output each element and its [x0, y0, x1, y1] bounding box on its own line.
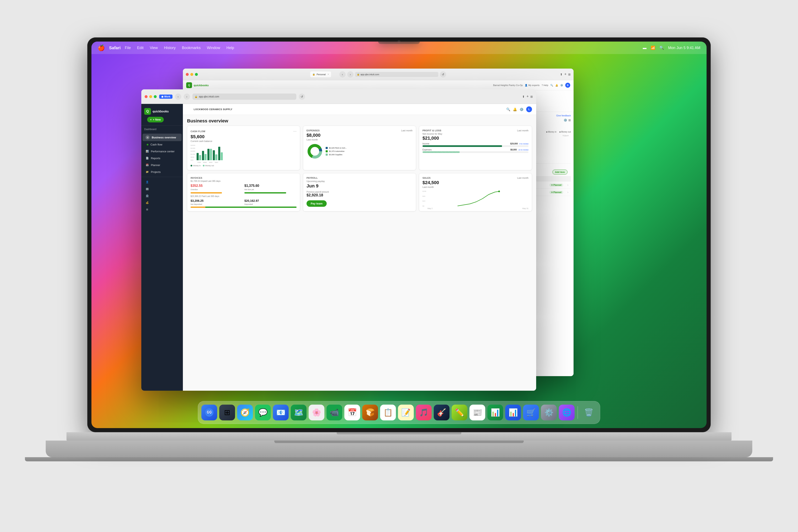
sidebar-btn-back[interactable]: ⊞: [568, 73, 571, 76]
reload-btn-front[interactable]: ↺: [299, 94, 305, 100]
sidebar-item-payroll[interactable]: 💰: [142, 199, 182, 206]
cashflow-menu-icon[interactable]: ⋯: [293, 129, 297, 133]
menu-window[interactable]: Window: [207, 46, 220, 50]
urlbar-front[interactable]: 🔒 app.qbo.intuit.com: [192, 94, 296, 100]
sidebar-item-business-overview[interactable]: ⊞ Business overview: [142, 134, 182, 141]
svg-point-4: [205, 408, 213, 417]
apple-menu[interactable]: 🍎: [98, 44, 105, 51]
sidebar-item-vendors[interactable]: 🏢: [142, 186, 182, 192]
legend-money-in: ■ Money in: [546, 131, 556, 133]
safari-back-titlebar: 🔒 Personal × ‹ › 🔒 app.qbo.intuit.com: [183, 69, 574, 80]
settings-btn-back[interactable]: ⚙️: [560, 84, 563, 87]
row-expand-2[interactable]: ›: [567, 190, 568, 194]
back-company: Barnal Heights Pantry Co-Op: [493, 84, 522, 87]
dock-messages[interactable]: 💬: [255, 405, 271, 420]
help-btn-back[interactable]: ? Help: [542, 84, 548, 87]
tab-close[interactable]: ×: [328, 73, 329, 75]
back-btn[interactable]: ‹: [339, 71, 346, 77]
header-search-icon[interactable]: 🔍: [506, 108, 510, 111]
maximize-btn-back[interactable]: [195, 73, 198, 76]
user-avatar[interactable]: L: [526, 107, 532, 112]
dock-safari[interactable]: 🧭: [237, 405, 253, 420]
dock-systemprefs[interactable]: ⚙️: [541, 405, 557, 420]
dock-calendar[interactable]: 📅: [344, 405, 360, 420]
qb-logo-icon: Q: [144, 108, 151, 115]
sidebar-item-planner[interactable]: 📅 Planner: [142, 162, 182, 168]
dashboard-label[interactable]: Dashboard: [144, 128, 156, 131]
menu-file[interactable]: File: [125, 46, 131, 50]
row-expand-1[interactable]: ›: [567, 183, 568, 187]
share-icon-back[interactable]: ⬆: [560, 73, 563, 76]
sidebar-item-banking[interactable]: 🏦: [142, 192, 182, 199]
qb-new-btn[interactable]: + + New: [147, 117, 164, 122]
add-item-btn[interactable]: Add item: [552, 170, 568, 174]
dock-reminders[interactable]: 📋: [380, 405, 396, 420]
dock-facetime[interactable]: 📹: [326, 405, 342, 420]
urlbar-back[interactable]: 🔒 app.qbo.intuit.com: [355, 72, 438, 77]
pay-team-btn[interactable]: Pay team: [306, 200, 327, 207]
dock-photos[interactable]: 🌸: [309, 405, 324, 420]
notif-btn-back[interactable]: 🔔: [555, 84, 558, 87]
forward-btn-front[interactable]: ›: [184, 94, 190, 100]
dock-appstore[interactable]: 🛒: [523, 405, 539, 420]
cards-grid: CASH FLOW ⋯ $5,600 Current cash balance: [183, 126, 536, 215]
menu-history[interactable]: History: [164, 46, 176, 50]
reload-btn-back[interactable]: ↺: [440, 71, 446, 77]
give-feedback-btn[interactable]: Give feedback: [556, 114, 571, 117]
safari-menu[interactable]: Safari: [109, 45, 121, 50]
minimize-btn-front[interactable]: [149, 95, 152, 98]
sidebar-item-customers[interactable]: 👤: [142, 179, 182, 185]
hamburger-menu[interactable]: [187, 107, 192, 111]
pl-income-review[interactable]: 8 to review: [519, 143, 529, 145]
menu-edit[interactable]: Edit: [137, 46, 144, 50]
header-notif-icon[interactable]: 🔔: [513, 108, 517, 111]
sidebar-item-performance[interactable]: 📊 Performance center: [142, 148, 182, 155]
close-btn-front[interactable]: [145, 95, 148, 98]
dock-freeform[interactable]: ✏️: [452, 405, 468, 420]
pl-expenses-review[interactable]: 15 to review: [518, 149, 529, 151]
dock-mail[interactable]: 📧: [273, 405, 289, 420]
dock-numbers[interactable]: 📊: [487, 405, 503, 420]
expand-icon-planner[interactable]: ⊞: [568, 118, 571, 122]
minimize-btn-back[interactable]: [190, 73, 193, 76]
add-tab-btn-front[interactable]: +: [526, 94, 529, 99]
settings-icon-planner[interactable]: ⚙️: [564, 118, 567, 122]
dock-garageband[interactable]: 🎸: [434, 405, 450, 420]
dock-itunes[interactable]: 🎵: [416, 405, 432, 420]
back-btn-front[interactable]: ‹: [175, 94, 181, 100]
dock-siri[interactable]: 🌐: [559, 405, 575, 420]
dock-bread[interactable]: 🍞: [362, 405, 378, 420]
dock-finder[interactable]: [202, 405, 217, 420]
dock-trash[interactable]: 🗑️: [581, 405, 596, 420]
pl-expenses-value: $8,000: [510, 149, 517, 151]
cashflow-subtitle: Current cash balance: [191, 140, 297, 142]
share-icon-front[interactable]: ⬆: [522, 95, 525, 98]
dock-news[interactable]: 📰: [470, 405, 485, 420]
forward-btn[interactable]: ›: [347, 71, 354, 77]
avatar-back[interactable]: B: [565, 83, 570, 88]
pl-expenses-row: Expenses $8,000 15 to review: [422, 149, 529, 153]
search-icon[interactable]: 🔍: [659, 45, 664, 50]
dock-keynote[interactable]: 📊: [505, 405, 521, 420]
sidebar-item-reports[interactable]: 📄 Reports: [142, 155, 182, 162]
dock-launchpad[interactable]: ⊞: [219, 405, 235, 420]
my-experts-btn[interactable]: 👤 My experts: [525, 84, 539, 87]
sidebar-item-projects[interactable]: 📁 Projects: [142, 169, 182, 175]
add-tab-btn-back[interactable]: +: [564, 72, 567, 76]
expenses-donut: $2,625 Rent & mort... $2,375 Automotive: [306, 143, 413, 159]
menu-bookmarks[interactable]: Bookmarks: [182, 46, 201, 50]
safari-tab-back[interactable]: 🔒 Personal ×: [310, 72, 331, 77]
menu-view[interactable]: View: [150, 46, 158, 50]
close-btn-back[interactable]: [186, 73, 189, 76]
menu-help[interactable]: Help: [226, 46, 234, 50]
work-button[interactable]: ◉ Work: [159, 95, 172, 99]
sidebar-item-cashflow[interactable]: Cash flow: [142, 141, 182, 148]
dock-notes[interactable]: 📝: [398, 405, 414, 420]
header-settings-icon[interactable]: ⚙️: [519, 108, 524, 111]
expenses-title: EXPENSES: [306, 129, 320, 132]
sidebar-btn-front[interactable]: ⊞: [530, 95, 533, 98]
dock-maps[interactable]: 🗺️: [291, 405, 306, 420]
sidebar-item-apps[interactable]: ⊞: [142, 206, 182, 213]
maximize-btn-front[interactable]: [154, 95, 157, 98]
search-btn-back[interactable]: 🔍: [550, 84, 553, 87]
